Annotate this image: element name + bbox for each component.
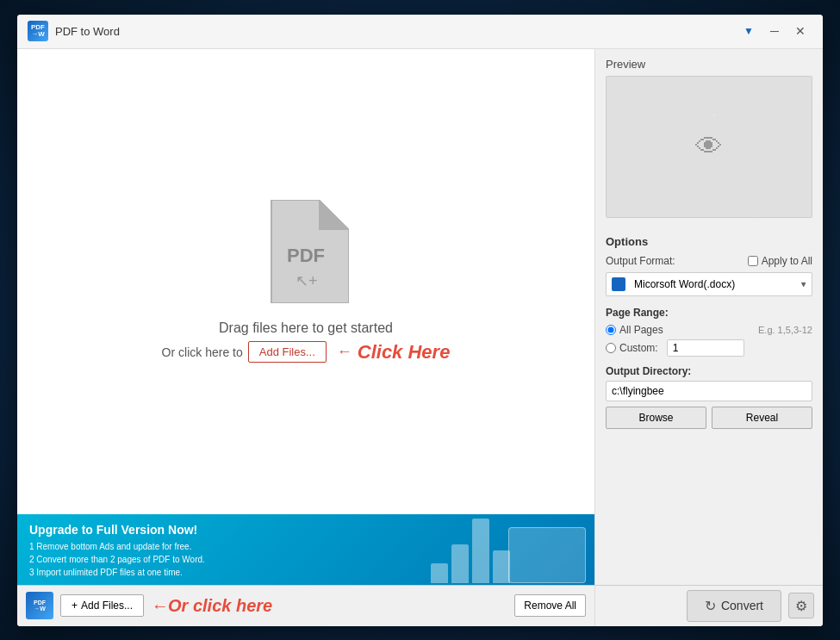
convert-label: Convert — [721, 599, 763, 612]
output-dir-section: Output Directory: Browse Reveal — [606, 365, 812, 429]
custom-radio[interactable] — [606, 343, 616, 353]
page-range-label: Page Range: — [606, 307, 812, 319]
word-icon — [612, 277, 625, 291]
click-text: Or click here to — [162, 345, 243, 359]
apply-to-all-label: Apply to All — [762, 255, 812, 267]
all-pages-radio[interactable] — [606, 325, 616, 335]
toolbar-add-files-label: Add Files... — [81, 600, 133, 612]
convert-button[interactable]: ↻ Convert — [687, 590, 781, 622]
eye-icon: 👁 — [695, 131, 723, 163]
bar-2 — [451, 544, 469, 583]
click-here-arrow: ← — [337, 343, 352, 361]
remove-all-button[interactable]: Remove All — [514, 594, 586, 617]
close-button[interactable]: ✕ — [788, 19, 812, 43]
pdf-drop-icon: PDF ↖+ — [263, 200, 349, 303]
click-add-text: Or click here to Add Files... ← Click He… — [162, 341, 451, 363]
browse-button[interactable]: Browse — [606, 407, 706, 429]
options-label: Options — [606, 235, 812, 248]
promo-banner: Upgrade to Full Version Now! 1 Remove bo… — [17, 514, 594, 585]
left-panel: PDF ↖+ Drag files here to get started Or… — [17, 49, 594, 626]
page-range-section: Page Range: All Pages E.g. 1,5,3-12 Cust… — [606, 307, 812, 357]
right-bottom-toolbar: ↻ Convert ⚙ — [595, 585, 823, 626]
all-pages-row: All Pages E.g. 1,5,3-12 — [606, 324, 812, 336]
window-title: PDF to Word — [55, 25, 737, 38]
format-select-wrapper: Micorsoft Word(.docx) ▼ — [606, 272, 812, 296]
format-value: Micorsoft Word(.docx) — [634, 278, 735, 290]
apply-to-all-checkbox[interactable] — [748, 256, 758, 266]
settings-button[interactable]: ⚙ — [788, 593, 814, 618]
main-content: PDF ↖+ Drag files here to get started Or… — [17, 49, 823, 626]
main-window: PDF→W PDF to Word ▼ ─ ✕ PDF ↖+ — [17, 15, 823, 626]
window-controls: ▼ ─ ✕ — [737, 19, 812, 43]
custom-label: Custom: — [619, 342, 658, 354]
preview-section: Preview 👁 — [595, 49, 823, 227]
promo-graphic — [431, 519, 586, 583]
toolbar-add-files-button[interactable]: + Add Files... — [60, 594, 144, 617]
bar-3 — [472, 519, 489, 583]
dir-buttons: Browse Reveal — [606, 407, 812, 429]
device-mockup — [508, 527, 586, 583]
all-pages-label: All Pages — [619, 324, 663, 336]
options-section: Options Output Format: Apply to All Mico… — [595, 227, 823, 585]
bottom-toolbar: PDF→W + Add Files... ←Or click here Remo… — [17, 585, 594, 626]
output-format-label: Output Format: — [606, 255, 675, 267]
output-dir-input[interactable] — [606, 381, 812, 401]
reveal-button[interactable]: Reveal — [712, 407, 812, 429]
toolbar-app-icon: PDF→W — [26, 592, 53, 619]
svg-text:PDF: PDF — [287, 245, 325, 266]
apply-to-all-container: Apply to All — [748, 255, 812, 267]
output-format-row: Output Format: Apply to All — [606, 255, 812, 267]
format-select[interactable]: Micorsoft Word(.docx) — [606, 272, 812, 296]
minimize-button[interactable]: ─ — [762, 19, 787, 43]
bar-4 — [493, 550, 510, 583]
click-here-text: Click Here — [358, 341, 451, 363]
or-click-here-text: ←Or click here — [151, 596, 272, 616]
preview-label: Preview — [606, 58, 812, 71]
refresh-icon: ↻ — [705, 598, 716, 614]
custom-range-row: Custom: — [606, 339, 812, 357]
drop-zone[interactable]: PDF ↖+ Drag files here to get started Or… — [17, 49, 594, 514]
svg-text:↖+: ↖+ — [296, 272, 318, 289]
add-files-button[interactable]: Add Files... — [248, 341, 327, 363]
plus-icon: + — [72, 600, 78, 612]
custom-range-input[interactable] — [667, 339, 744, 357]
drag-text: Drag files here to get started — [219, 320, 393, 336]
right-panel: Preview 👁 Options Output Format: Apply t… — [594, 49, 823, 626]
title-bar: PDF→W PDF to Word ▼ ─ ✕ — [17, 15, 823, 49]
bar-1 — [431, 563, 448, 583]
app-icon: PDF→W — [28, 21, 48, 41]
eg-text: E.g. 1,5,3-12 — [758, 325, 812, 335]
preview-box: 👁 — [606, 76, 812, 218]
output-dir-label: Output Directory: — [606, 365, 812, 377]
dropdown-button[interactable]: ▼ — [737, 19, 761, 43]
